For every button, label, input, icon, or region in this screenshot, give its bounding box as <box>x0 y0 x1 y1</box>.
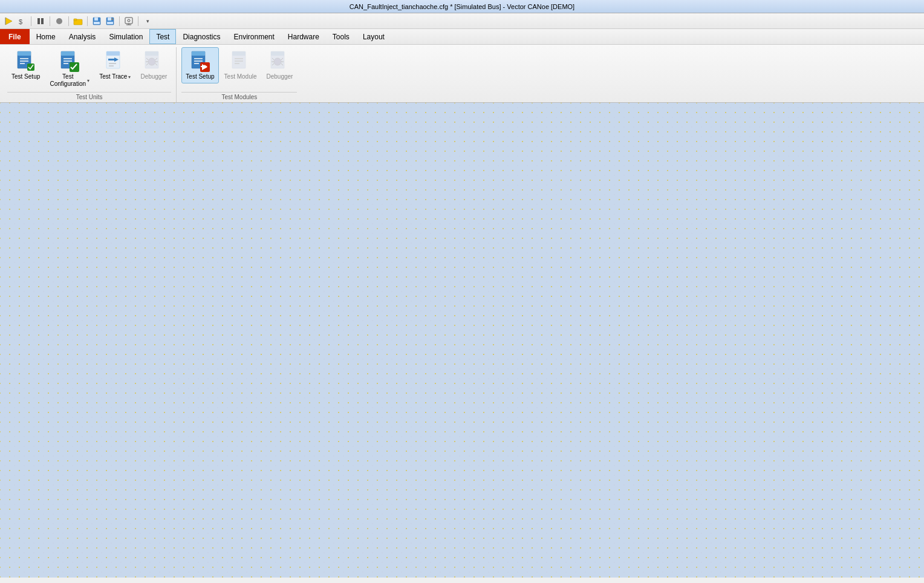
svg-rect-3 <box>37 18 40 24</box>
title-text: CAN_FaultInject_tianchaoche.cfg * [Simul… <box>350 3 574 10</box>
svg-point-62 <box>274 58 281 65</box>
debugger-units-btn: Debugger <box>136 47 171 83</box>
test-trace-icon <box>104 50 126 72</box>
svg-rect-61 <box>271 51 284 56</box>
test-trace-label: Test Trace <box>99 73 127 80</box>
pause-icon[interactable] <box>34 15 47 27</box>
save-icon[interactable] <box>91 15 103 27</box>
debugger-modules-btn: Debugger <box>262 47 298 83</box>
test-setup-label: Test Setup <box>11 73 40 80</box>
menu-home[interactable]: Home <box>30 29 62 44</box>
test-module-icon <box>230 50 252 72</box>
test-module-label: Test Module <box>224 73 257 80</box>
dollar-icon[interactable]: $ <box>16 15 28 27</box>
svg-rect-47 <box>192 51 205 56</box>
test-configuration-btn[interactable]: Test Configuration ▾ <box>45 47 94 91</box>
test-trace-dropdown-arrow: ▾ <box>128 74 131 80</box>
svg-text:+: + <box>111 17 113 21</box>
debugger-modules-icon <box>268 50 290 72</box>
svg-rect-38 <box>145 51 158 56</box>
svg-rect-7 <box>74 19 77 21</box>
menu-test[interactable]: Test <box>149 29 176 44</box>
svg-point-5 <box>56 18 62 24</box>
more-dropdown-icon[interactable]: ▾ <box>142 15 154 27</box>
svg-rect-9 <box>94 18 98 21</box>
svg-rect-26 <box>61 51 74 56</box>
svg-rect-24 <box>27 64 34 71</box>
svg-rect-33 <box>108 59 114 60</box>
test-configuration-dropdown-arrow: ▾ <box>87 78 89 83</box>
test-setup-modules-icon <box>189 50 211 72</box>
menu-bar: File Home Analysis Simulation Test Diagn… <box>0 29 924 45</box>
test-trace-btn[interactable]: Test Trace ▾ <box>95 47 135 83</box>
menu-diagnostics[interactable]: Diagnostics <box>176 29 227 44</box>
start-icon[interactable] <box>2 15 15 27</box>
svg-rect-4 <box>41 18 44 24</box>
title-bar: CAN_FaultInject_tianchaoche.cfg * [Simul… <box>0 0 924 13</box>
separator-5 <box>119 16 120 26</box>
menu-environment[interactable]: Environment <box>227 29 281 44</box>
open-folder-icon[interactable] <box>72 15 84 27</box>
test-setup-icon <box>15 50 37 72</box>
main-content <box>0 103 924 578</box>
svg-rect-56 <box>232 51 246 56</box>
network-icon[interactable] <box>123 15 135 27</box>
svg-rect-13 <box>107 22 113 24</box>
svg-point-18 <box>128 19 130 22</box>
svg-marker-0 <box>5 18 12 25</box>
svg-rect-15 <box>125 18 132 24</box>
svg-rect-53 <box>201 66 204 67</box>
menu-hardware[interactable]: Hardware <box>281 29 326 44</box>
svg-rect-20 <box>18 51 31 56</box>
separator-3 <box>68 16 69 26</box>
menu-tools[interactable]: Tools <box>326 29 356 44</box>
menu-layout[interactable]: Layout <box>356 29 391 44</box>
svg-text:$: $ <box>19 18 22 25</box>
test-setup-modules-btn[interactable]: Test Setup <box>181 47 218 83</box>
ribbon: Test Setup <box>0 45 924 103</box>
menu-file[interactable]: File <box>0 29 30 44</box>
test-units-group: Test Setup <box>2 47 177 102</box>
test-units-label: Test Units <box>7 92 171 102</box>
test-modules-label: Test Modules <box>181 92 297 102</box>
debugger-units-label: Debugger <box>140 73 167 80</box>
debugger-units-icon <box>143 50 164 72</box>
test-module-btn: Test Module <box>220 47 261 83</box>
test-configuration-label: Test Configuration <box>50 73 86 88</box>
quick-access-toolbar: $ + <box>0 13 924 29</box>
svg-point-39 <box>148 58 155 65</box>
test-configuration-icon <box>59 50 80 72</box>
separator-4 <box>87 16 88 26</box>
separator-6 <box>138 16 138 26</box>
separator-2 <box>50 16 50 26</box>
svg-rect-32 <box>106 51 120 56</box>
menu-simulation[interactable]: Simulation <box>102 29 149 44</box>
svg-rect-10 <box>94 22 100 24</box>
separator-1 <box>31 16 31 26</box>
save-as-icon[interactable]: + <box>104 15 116 27</box>
menu-analysis[interactable]: Analysis <box>62 29 103 44</box>
test-setup-btn[interactable]: Test Setup <box>7 47 44 83</box>
record-icon[interactable] <box>53 15 65 27</box>
test-setup-modules-label: Test Setup <box>186 73 214 80</box>
test-modules-group: Test Setup Test Module <box>177 47 302 102</box>
debugger-modules-label: Debugger <box>267 73 293 80</box>
